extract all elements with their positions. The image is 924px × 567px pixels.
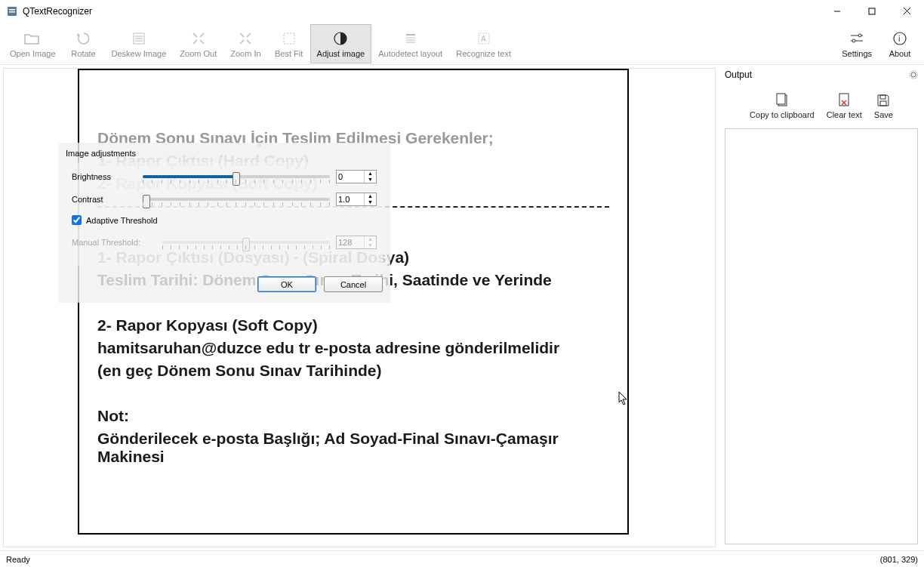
svg-rect-11 [284,33,294,44]
manual-threshold-input [337,236,364,248]
minimize-button[interactable] [820,0,855,22]
titlebar: QTextRecognizer [0,0,924,23]
svg-text:i: i [898,34,900,43]
rotate-button[interactable]: Rotate [63,24,105,63]
output-title: Output [725,69,752,80]
output-textarea[interactable] [725,128,918,544]
doc-line: Gönderilecek e-posta Başlığı; Ad Soyad-F… [97,430,609,466]
save-button[interactable]: Save [874,91,893,119]
zoom-in-button[interactable]: Zoom In [223,24,267,63]
window-title: QTextRecognizer [23,6,820,17]
close-button[interactable] [889,0,924,22]
statusbar: Ready (801, 329) [0,550,924,567]
ok-button[interactable]: OK [257,276,316,292]
svg-rect-32 [880,95,886,99]
contrast-label: Contrast [72,195,143,204]
dialog-title: Image adjustments [66,149,383,158]
svg-rect-4 [869,8,875,14]
brightness-input[interactable] [337,171,364,183]
settings-button[interactable]: Settings [835,24,879,63]
image-adjustments-dialog: Image adjustments Brightness ▲▼ Contrast [58,143,390,303]
up-arrow-icon[interactable]: ▲ [365,171,376,177]
svg-point-22 [852,39,855,42]
up-arrow-icon[interactable]: ▲ [365,193,376,199]
down-arrow-icon: ▼ [365,242,376,248]
cancel-button[interactable]: Cancel [324,276,383,292]
contrast-slider[interactable] [143,193,330,206]
zoom-out-button[interactable]: Zoom Out [173,24,223,63]
about-button[interactable]: i About [879,24,921,63]
best-fit-button[interactable]: Best Fit [268,24,310,63]
copy-clipboard-button[interactable]: Copy to clipboard [750,91,815,119]
maximize-button[interactable] [855,0,889,22]
doc-line: 2- Rapor Kopyası (Soft Copy) [97,316,609,334]
settings-icon [849,29,864,48]
autodetect-button[interactable]: Autodetect layout [371,24,449,63]
svg-rect-2 [9,11,15,13]
status-text: Ready [6,555,30,564]
down-arrow-icon[interactable]: ▼ [365,199,376,205]
svg-point-20 [858,34,861,37]
clear-icon [836,91,852,110]
deskew-icon [131,29,147,48]
folder-icon [23,29,42,48]
contrast-input[interactable] [337,193,364,205]
svg-rect-28 [777,94,785,104]
layout-icon [403,29,418,48]
best-fit-icon [282,29,297,48]
doc-line: (en geç Dönem Sonu Sınav Tarihinde) [97,362,609,380]
save-icon [876,91,891,110]
zoom-in-icon [238,29,253,48]
clear-text-button[interactable]: Clear text [827,91,862,119]
copy-icon [775,91,790,110]
open-image-button[interactable]: Open Image [3,24,63,63]
adaptive-threshold-label: Adaptive Threshold [86,216,158,225]
zoom-out-icon [191,29,206,48]
app-icon [6,5,18,17]
doc-line: Not: [97,407,609,425]
recognize-icon: A [476,29,491,48]
doc-line: hamitsaruhan@duzce edu tr e-posta adresi… [97,339,609,357]
svg-rect-29 [839,94,849,106]
toolbar: Open Image Rotate Deskew Image Zoom Out … [0,23,924,65]
down-arrow-icon[interactable]: ▼ [365,177,376,183]
adjust-icon [333,29,348,48]
brightness-label: Brightness [72,172,143,181]
deskew-button[interactable]: Deskew Image [105,24,174,63]
adaptive-threshold-checkbox[interactable] [72,215,82,225]
brightness-slider[interactable] [143,170,330,183]
about-icon: i [892,29,907,48]
up-arrow-icon: ▲ [365,236,376,242]
adjust-image-button[interactable]: Adjust image [310,24,372,63]
recognize-button[interactable]: A Recognize text [449,24,518,63]
manual-threshold-slider [162,236,330,249]
image-viewer[interactable]: Dönem Sonu Sınavı İçin Teslim Edilmesi G… [3,68,716,547]
brightness-spin[interactable]: ▲▼ [336,170,377,183]
cursor-coords: (801, 329) [880,555,918,564]
svg-rect-33 [880,101,886,106]
svg-point-25 [911,72,916,77]
rotate-icon [75,29,92,48]
manual-threshold-spin: ▲▼ [336,236,377,249]
output-settings-icon[interactable] [909,70,918,79]
contrast-spin[interactable]: ▲▼ [336,193,377,206]
svg-text:A: A [481,35,486,43]
output-panel: Output Copy to clipboard Clear text Save [719,65,924,550]
manual-threshold-label: Manual Threshold: [72,238,162,247]
svg-rect-1 [9,9,15,11]
